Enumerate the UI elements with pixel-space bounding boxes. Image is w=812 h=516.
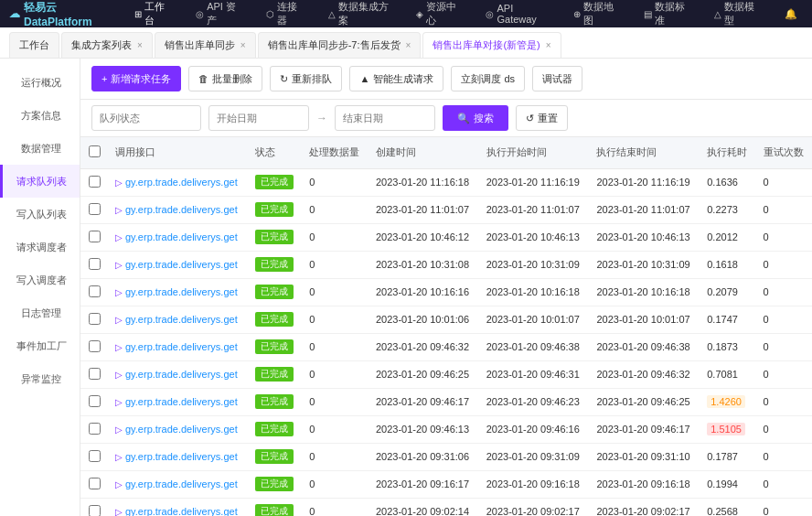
tab-sales-sync-close[interactable]: × [240, 40, 246, 50]
cell-retries: 0 [756, 415, 812, 443]
row-checkbox[interactable] [89, 423, 101, 435]
nav-data-collect[interactable]: △ 数据集成方案 [323, 0, 396, 29]
interface-name[interactable]: gy.erp.trade.deliverys.get [125, 506, 238, 516]
row-checkbox[interactable] [89, 450, 101, 462]
add-request-btn[interactable]: + 新增请求任务 [91, 66, 181, 91]
status-badge: 已完成 [255, 394, 294, 409]
row-checkbox[interactable] [89, 395, 101, 407]
schedule-btn[interactable]: 立刻调度 ds [451, 66, 525, 91]
interface-name[interactable]: gy.erp.trade.deliverys.get [125, 451, 238, 462]
start-date-input[interactable] [208, 105, 309, 131]
nav-data-map[interactable]: ⊕ 数据地图 [568, 0, 624, 29]
nav-data-model[interactable]: △ 数据模型 [709, 0, 764, 29]
batch-delete-label: 批量删除 [212, 72, 252, 86]
cell-data-count: 0 [302, 278, 369, 306]
row-checkbox[interactable] [89, 285, 101, 297]
tab-solution-list-close[interactable]: × [137, 40, 143, 50]
tab-sales-sync[interactable]: 销售出库单同步 × [155, 32, 256, 58]
row-checkbox[interactable] [89, 258, 101, 270]
debugger-btn[interactable]: 调试器 [532, 66, 582, 91]
tab-sales-match-new[interactable]: 销售出库单对接(新管是) × [422, 32, 561, 58]
sidebar-item-solution-info[interactable]: 方案信息 [0, 99, 80, 132]
tab-workbench[interactable]: 工作台 [9, 32, 59, 58]
table-row: ▷gy.erp.trade.deliverys.get已完成02023-01-2… [80, 388, 812, 415]
nav-workbench-label: 工作台 [144, 0, 170, 27]
row-checkbox[interactable] [89, 231, 101, 242]
api-icon: ◎ [196, 9, 204, 19]
cell-start-at: 2023-01-20 09:46:23 [479, 388, 590, 415]
sidebar-item-request-queue[interactable]: 请求队列表 [0, 165, 80, 198]
sidebar-item-write-queue[interactable]: 写入队列表 [0, 198, 80, 231]
end-date-input[interactable] [335, 105, 435, 131]
data-model-icon: △ [714, 9, 721, 19]
sidebar-item-event-factory[interactable]: 事件加工厂 [0, 329, 80, 362]
select-all-checkbox[interactable] [89, 145, 101, 157]
cell-duration: 0.1636 [700, 168, 755, 196]
batch-delete-btn[interactable]: 🗑 批量删除 [188, 66, 262, 91]
row-checkbox[interactable] [89, 505, 101, 517]
gateway-icon: ◎ [486, 9, 494, 19]
queue-status-input[interactable] [91, 105, 201, 131]
nav-data-standard[interactable]: ▤ 数据标准 [638, 0, 695, 29]
tab-sales-match-close[interactable]: × [546, 40, 551, 50]
row-checkbox[interactable] [89, 313, 101, 325]
reorder-icon: ↻ [280, 73, 288, 85]
status-badge: 已完成 [255, 504, 294, 516]
row-checkbox[interactable] [89, 478, 101, 489]
tab-sales-step7-label: 销售出库单同步步-7:售后发货 [268, 38, 401, 52]
cell-status: 已完成 [248, 306, 302, 333]
interface-name[interactable]: gy.erp.trade.deliverys.get [125, 369, 238, 380]
nav-resource-center[interactable]: ◈ 资源中心 [411, 0, 466, 29]
nav-api-assets[interactable]: ◎ API 资产 [190, 0, 246, 29]
cell-interface: ▷gy.erp.trade.deliverys.get [108, 388, 248, 415]
sidebar-item-data-management[interactable]: 数据管理 [0, 132, 80, 165]
cell-status: 已完成 [248, 415, 302, 443]
row-checkbox[interactable] [89, 368, 101, 380]
nav-api-gateway[interactable]: ◎ API Gateway [480, 1, 553, 27]
cell-status: 已完成 [248, 196, 302, 223]
sidebar-item-request-scheduler[interactable]: 请求调度者 [0, 231, 80, 263]
reorder-btn[interactable]: ↻ 重新排队 [270, 66, 342, 91]
cell-end-at: 2023-01-20 09:46:17 [589, 415, 700, 443]
resource-icon: ◈ [416, 9, 423, 19]
interface-name[interactable]: gy.erp.trade.deliverys.get [125, 259, 238, 270]
cell-status: 已完成 [248, 388, 302, 415]
sidebar: 运行概况 方案信息 数据管理 请求队列表 写入队列表 请求调度者 写入调度者 日… [0, 59, 80, 516]
interface-name[interactable]: gy.erp.trade.deliverys.get [125, 231, 238, 242]
smart-generate-btn[interactable]: ▲ 智能生成请求 [349, 66, 443, 91]
row-checkbox[interactable] [89, 203, 101, 215]
interface-name[interactable]: gy.erp.trade.deliverys.get [125, 177, 238, 188]
tab-solution-list[interactable]: 集成方案列表 × [61, 32, 153, 58]
interface-name[interactable]: gy.erp.trade.deliverys.get [125, 396, 238, 407]
search-button[interactable]: 🔍 搜索 [443, 105, 508, 131]
interface-name[interactable]: gy.erp.trade.deliverys.get [125, 314, 238, 325]
tab-sales-step7[interactable]: 销售出库单同步步-7:售后发货 × [258, 32, 422, 58]
interface-name[interactable]: gy.erp.trade.deliverys.get [125, 286, 238, 297]
sidebar-data-management-label: 数据管理 [21, 142, 61, 156]
row-checkbox[interactable] [89, 176, 101, 188]
status-badge: 已完成 [255, 477, 294, 491]
sidebar-item-log-management[interactable]: 日志管理 [0, 296, 80, 329]
cell-duration: 1.4260 [700, 388, 755, 415]
interface-name[interactable]: gy.erp.trade.deliverys.get [125, 341, 238, 352]
sidebar-item-exception-monitor[interactable]: 异常监控 [0, 362, 80, 395]
nav-connector[interactable]: ⬡ 连接器 [261, 0, 308, 29]
cell-retries: 0 [756, 498, 812, 516]
sidebar-log-management-label: 日志管理 [21, 306, 61, 320]
search-icon: 🔍 [457, 113, 470, 124]
reset-button[interactable]: ↺ 重置 [516, 105, 568, 131]
nav-workbench[interactable]: ⊞ 工作台 [129, 0, 176, 29]
tab-sales-step7-close[interactable]: × [406, 40, 411, 50]
row-checkbox[interactable] [89, 340, 101, 352]
date-arrow-icon: → [316, 112, 327, 124]
sidebar-item-write-scheduler[interactable]: 写入调度者 [0, 263, 80, 296]
nav-bell[interactable]: 🔔 [779, 6, 803, 22]
sidebar-item-run-overview[interactable]: 运行概况 [0, 66, 80, 99]
status-badge: 已完成 [255, 230, 294, 244]
interface-name[interactable]: gy.erp.trade.deliverys.get [125, 424, 238, 435]
interface-name[interactable]: gy.erp.trade.deliverys.get [125, 478, 238, 489]
interface-name[interactable]: gy.erp.trade.deliverys.get [125, 204, 238, 215]
data-table: 调用接口 状态 处理数据量 创建时间 执行开始时间 [80, 137, 812, 516]
connector-icon: ⬡ [266, 9, 274, 19]
status-badge: 已完成 [255, 202, 294, 217]
